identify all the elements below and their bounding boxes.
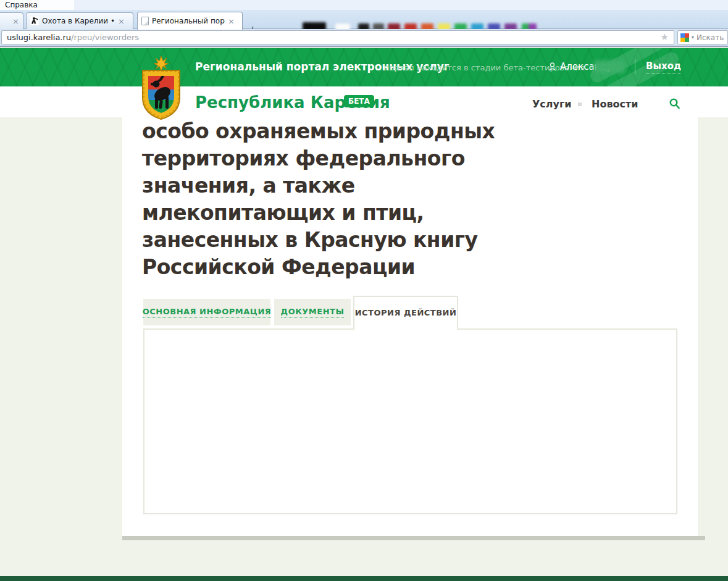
- tab-label: ДОКУМЕНТЫ: [281, 307, 345, 318]
- tab-close-icon[interactable]: ×: [228, 17, 235, 25]
- bookmark-star-icon[interactable]: ★: [661, 33, 669, 42]
- karelia-coat-of-arms: [136, 56, 186, 120]
- tab-action-history[interactable]: ИСТОРИЯ ДЕЙСТВИЙ: [353, 296, 458, 330]
- url-path: /rpeu/vieworders: [71, 33, 139, 42]
- logout-link[interactable]: Выход: [646, 61, 681, 73]
- person-icon: [548, 62, 556, 71]
- url-field[interactable]: uslugi.karelia.ru /rpeu/vieworders ★: [1, 30, 674, 44]
- search-icon[interactable]: [669, 98, 680, 109]
- tab-label: ОСНОВНАЯ ИНФОРМАЦИЯ: [143, 307, 272, 318]
- browser-tabstrip: × Охота в Карелии • Акт... × Региональны…: [0, 10, 728, 29]
- browser-tab-partial[interactable]: ×: [0, 12, 23, 29]
- beta-badge: БЕТА: [344, 95, 374, 107]
- screen: Справка × Охота в Карелии • Акт... × Рег…: [0, 0, 728, 581]
- page-title-line: млекопитающих и птиц,: [142, 199, 525, 227]
- page-title-line: территориях федерального: [142, 145, 525, 172]
- search-box[interactable]: ▾ Искать: [677, 30, 728, 44]
- page-title-line: значения, а также: [142, 172, 525, 199]
- browser-urlbar-row: uslugi.karelia.ru /rpeu/vieworders ★ ▾ И…: [0, 29, 728, 46]
- browser-tab-hunting[interactable]: Охота в Карелии • Акт... ×: [26, 12, 133, 29]
- page-title-line: занесенных в Красную книгу: [142, 227, 525, 254]
- header-divider: [635, 59, 635, 74]
- censored-surname: [594, 61, 625, 73]
- nav-news[interactable]: Новости: [592, 98, 638, 110]
- browser-tab-portal[interactable]: Региональный портал... ×: [137, 12, 243, 30]
- browser-menubar: Справка: [0, 0, 728, 10]
- nav-separator: [578, 102, 582, 106]
- menu-help[interactable]: Справка: [5, 1, 38, 9]
- google-icon[interactable]: [680, 33, 689, 42]
- document-favicon: [141, 17, 149, 25]
- tab-close-icon[interactable]: ×: [12, 17, 19, 25]
- site-footer: [0, 576, 728, 581]
- page-title-line: Российской Федерации: [142, 254, 525, 281]
- tab-title: Охота в Карелии • Акт...: [42, 17, 115, 25]
- action-history-panel: [143, 328, 677, 514]
- tab-label: ИСТОРИЯ ДЕЙСТВИЙ: [355, 308, 457, 319]
- tab-title: Региональный портал...: [152, 17, 225, 25]
- page-title: особо охраняемых природных территориях ф…: [142, 118, 525, 281]
- hunter-favicon: [30, 17, 39, 25]
- search-engine-dropdown-icon[interactable]: ▾: [692, 35, 694, 40]
- page-title-line: особо охраняемых природных: [142, 118, 525, 145]
- tab-documents[interactable]: ДОКУМЕНТЫ: [274, 299, 351, 325]
- tab-main-info[interactable]: ОСНОВНАЯ ИНФОРМАЦИЯ: [143, 299, 270, 325]
- content-bottom-bar: [122, 536, 705, 540]
- nav-services[interactable]: Услуги: [532, 98, 572, 110]
- url-host: uslugi.karelia.ru: [7, 33, 71, 42]
- tab-close-icon[interactable]: ×: [118, 17, 125, 25]
- search-placeholder: Искать: [697, 33, 724, 42]
